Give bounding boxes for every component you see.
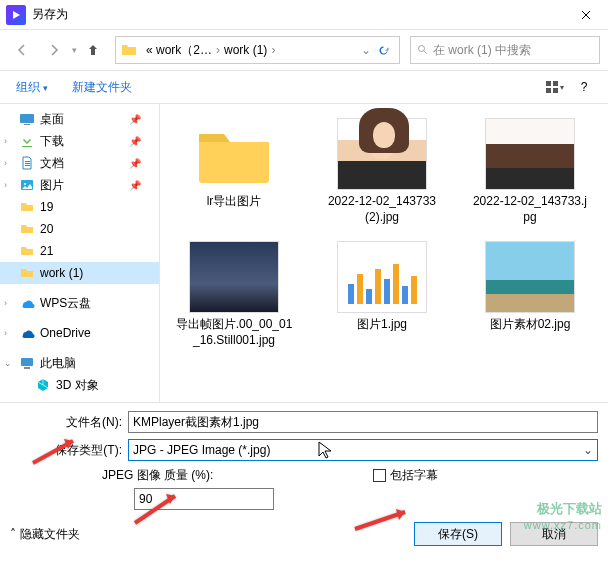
file-label: 2022-12-02_143733 (2).jpg <box>322 194 442 225</box>
sidebar-item-onedrive[interactable]: ›OneDrive <box>0 322 159 344</box>
file-item[interactable]: 图片素材02.jpg <box>466 237 594 352</box>
sidebar-item-wps[interactable]: ›WPS云盘 <box>0 292 159 314</box>
nav-history-dropdown[interactable]: ▾ <box>72 45 77 55</box>
file-label: 导出帧图片.00_00_01_16.Still001.jpg <box>174 317 294 348</box>
svg-point-1 <box>419 46 425 52</box>
file-item[interactable]: 2022-12-02_143733.jpg <box>466 114 594 229</box>
sidebar: 桌面📌 ›下载📌 ›文档📌 ›图片📌 19 20 21 work (1) ›WP… <box>0 104 160 402</box>
sidebar-item-work1[interactable]: work (1) <box>0 262 159 284</box>
thumbnail-icon <box>485 241 575 313</box>
main-area: 桌面📌 ›下载📌 ›文档📌 ›图片📌 19 20 21 work (1) ›WP… <box>0 104 608 402</box>
chevron-down-icon: ⌄ <box>4 358 12 368</box>
thumbnail-icon <box>337 241 427 313</box>
toolbar: 组织 新建文件夹 ▾ ? <box>0 70 608 104</box>
pin-icon: 📌 <box>129 136 141 147</box>
sidebar-item-thispc[interactable]: ⌄此电脑 <box>0 352 159 374</box>
pin-icon: 📌 <box>129 114 141 125</box>
file-item[interactable]: 导出帧图片.00_00_01_16.Still001.jpg <box>170 237 298 352</box>
svg-point-10 <box>24 183 26 185</box>
sidebar-item-21[interactable]: 21 <box>0 240 159 262</box>
footer: ˄ 隐藏文件夹 保存(S) 取消 极光下载站 www.xz7.com <box>0 516 608 552</box>
save-form: 文件名(N): 保存类型(T): JPG - JPEG Image (*.jpg… <box>0 402 608 516</box>
filetype-select[interactable]: JPG - JPEG Image (*.jpg) ⌄ <box>128 439 598 461</box>
sidebar-item-documents[interactable]: ›文档📌 <box>0 152 159 174</box>
checkbox-icon <box>373 469 386 482</box>
chevron-right-icon: › <box>4 180 7 190</box>
sidebar-item-desktop[interactable]: 桌面📌 <box>0 108 159 130</box>
app-icon <box>6 5 26 25</box>
titlebar: 另存为 <box>0 0 608 30</box>
sidebar-item-3dobjects[interactable]: 3D 对象 <box>0 374 159 396</box>
chevron-right-icon: › <box>4 328 7 338</box>
organize-button[interactable]: 组织 <box>10 75 54 100</box>
file-label: lr导出图片 <box>207 194 262 210</box>
jpeg-quality-label: JPEG 图像 质量 (%): <box>102 467 213 484</box>
breadcrumb[interactable]: « work（2… › work (1) › ⌄ <box>115 36 400 64</box>
new-folder-button[interactable]: 新建文件夹 <box>66 75 138 100</box>
save-button[interactable]: 保存(S) <box>414 522 502 546</box>
chevron-right-icon: › <box>4 298 7 308</box>
cancel-button[interactable]: 取消 <box>510 522 598 546</box>
subtitle-checkbox[interactable]: 包括字幕 <box>373 467 438 484</box>
svg-rect-5 <box>553 88 558 93</box>
hide-folders-label: 隐藏文件夹 <box>20 526 80 543</box>
file-item[interactable]: 图片1.jpg <box>318 237 446 352</box>
file-item-folder[interactable]: lr导出图片 <box>170 114 298 229</box>
refresh-button[interactable] <box>371 44 395 57</box>
chevron-up-icon: ˄ <box>10 527 16 541</box>
breadcrumb-part2[interactable]: work (1) <box>220 43 271 57</box>
chevron-right-icon: › <box>4 158 7 168</box>
subtitle-label: 包括字幕 <box>390 467 438 484</box>
svg-rect-12 <box>24 367 30 369</box>
chevron-right-icon: › <box>271 43 275 57</box>
window-title: 另存为 <box>32 6 563 23</box>
nav-back-button <box>8 36 36 64</box>
svg-rect-2 <box>546 81 551 86</box>
svg-rect-8 <box>22 146 32 147</box>
sidebar-item-20[interactable]: 20 <box>0 218 159 240</box>
sidebar-item-downloads[interactable]: ›下载📌 <box>0 130 159 152</box>
sidebar-item-19[interactable]: 19 <box>0 196 159 218</box>
filename-input[interactable] <box>128 411 598 433</box>
nav-up-button[interactable] <box>81 38 105 62</box>
filetype-label: 保存类型(T): <box>10 442 128 459</box>
file-grid: lr导出图片 2022-12-02_143733 (2).jpg 2022-12… <box>160 104 608 402</box>
help-button[interactable]: ? <box>570 73 598 101</box>
close-button[interactable] <box>563 0 608 30</box>
folder-icon <box>189 118 279 190</box>
filetype-value: JPG - JPEG Image (*.jpg) <box>133 443 270 457</box>
file-label: 2022-12-02_143733.jpg <box>470 194 590 225</box>
svg-rect-3 <box>553 81 558 86</box>
chevron-right-icon: › <box>4 136 7 146</box>
search-placeholder: 在 work (1) 中搜索 <box>433 42 531 59</box>
svg-rect-4 <box>546 88 551 93</box>
help-icon: ? <box>581 80 588 94</box>
pin-icon: 📌 <box>129 180 141 191</box>
view-button[interactable]: ▾ <box>540 73 568 101</box>
jpeg-quality-input[interactable] <box>134 488 274 510</box>
sidebar-item-pictures[interactable]: ›图片📌 <box>0 174 159 196</box>
breadcrumb-part1[interactable]: « work（2… <box>142 42 216 59</box>
svg-rect-6 <box>20 114 34 123</box>
pin-icon: 📌 <box>129 158 141 169</box>
search-input[interactable]: 在 work (1) 中搜索 <box>410 36 600 64</box>
chevron-down-icon: ⌄ <box>583 443 593 457</box>
nav-forward-button <box>40 36 68 64</box>
hide-folders-button[interactable]: ˄ 隐藏文件夹 <box>10 526 80 543</box>
svg-marker-0 <box>13 11 20 19</box>
thumbnail-icon <box>485 118 575 190</box>
file-label: 图片素材02.jpg <box>490 317 571 333</box>
thumbnail-icon <box>189 241 279 313</box>
filename-label: 文件名(N): <box>10 414 128 431</box>
file-label: 图片1.jpg <box>357 317 407 333</box>
breadcrumb-dropdown[interactable]: ⌄ <box>361 43 371 57</box>
svg-rect-7 <box>24 124 30 125</box>
search-icon <box>417 44 429 56</box>
navbar: ▾ « work（2… › work (1) › ⌄ 在 work (1) 中搜… <box>0 30 608 70</box>
svg-rect-11 <box>21 358 33 366</box>
